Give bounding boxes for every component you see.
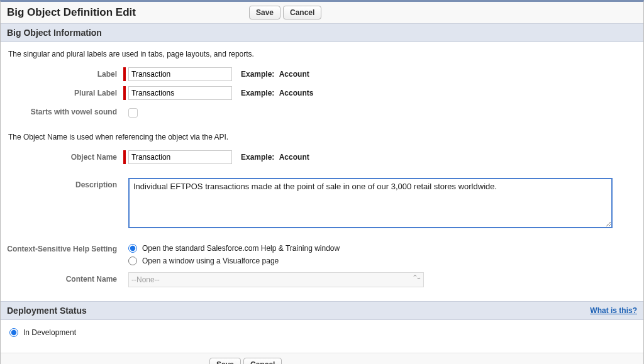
- footer-buttons: Save Cancel: [209, 358, 282, 364]
- section-info-header: Big Object Information: [1, 23, 643, 42]
- page-container: Big Object Definition Edit Save Cancel B…: [0, 0, 644, 364]
- required-bar-spacer: [123, 242, 126, 267]
- vowel-checkbox[interactable]: [128, 108, 138, 118]
- required-bar-icon: [123, 86, 126, 100]
- what-is-this-link[interactable]: What is this?: [590, 306, 637, 315]
- description-field-label: Description: [1, 178, 123, 189]
- row-help-setting: Context-Sensitive Help Setting Open the …: [1, 240, 643, 270]
- footer-bar: Save Cancel: [1, 353, 643, 364]
- row-vowel: Starts with vowel sound: [1, 102, 643, 121]
- required-bar-spacer: [123, 272, 126, 287]
- example-prefix: Example:: [241, 89, 274, 97]
- required-bar-spacer: [123, 178, 126, 228]
- save-button-bottom[interactable]: Save: [209, 358, 241, 364]
- row-plural-label: Plural Label Example: Accounts: [1, 84, 643, 102]
- label-example: Example: Account: [241, 67, 309, 79]
- page-title: Big Object Definition Edit: [7, 6, 136, 19]
- help-setting-options: Open the standard Salesforce.com Help & …: [128, 242, 340, 267]
- content-name-select-wrap: --None--: [128, 272, 424, 287]
- deploy-option-dev-row: In Development: [9, 326, 635, 339]
- help-option-vf-row: Open a window using a Visualforce page: [128, 255, 340, 267]
- header-buttons: Save Cancel: [249, 6, 321, 19]
- row-description: Description: [1, 175, 643, 231]
- objname-field-label: Object Name: [1, 150, 123, 162]
- deploy-option-dev-radio[interactable]: [9, 328, 18, 337]
- help-option-standard-row: Open the standard Salesforce.com Help & …: [128, 242, 340, 255]
- example-prefix: Example:: [241, 153, 274, 162]
- help-option-standard-label: Open the standard Salesforce.com Help & …: [142, 244, 340, 253]
- objname-example: Example: Account: [241, 150, 309, 162]
- help-setting-field-label: Context-Sensitive Help Setting: [1, 242, 123, 253]
- spacer: [1, 167, 643, 175]
- section-deploy-header: Deployment Status What is this?: [1, 301, 643, 320]
- section-deploy-body: In Development: [1, 320, 643, 353]
- intro-api-text: The Object Name is used when referencing…: [1, 130, 643, 148]
- description-textarea[interactable]: [128, 178, 613, 228]
- required-bar-spacer: [123, 105, 126, 119]
- help-option-vf-label: Open a window using a Visualforce page: [142, 256, 279, 265]
- header-bar: Big Object Definition Edit Save Cancel: [1, 2, 643, 23]
- plural-label-input[interactable]: [128, 86, 232, 100]
- deploy-option-dev-label: In Development: [23, 328, 76, 337]
- plural-field-label: Plural Label: [1, 86, 123, 97]
- content-name-select[interactable]: --None--: [128, 272, 424, 287]
- cancel-button-bottom[interactable]: Cancel: [243, 358, 282, 364]
- save-button-top[interactable]: Save: [249, 6, 280, 19]
- label-field-label: Label: [1, 67, 123, 79]
- section-info-body: The singular and plural labels are used …: [1, 42, 643, 301]
- example-prefix: Example:: [241, 70, 274, 79]
- example-value: Accounts: [279, 89, 314, 97]
- spacer: [1, 231, 643, 240]
- cancel-button-top[interactable]: Cancel: [283, 6, 321, 19]
- row-label: Label Example: Account: [1, 65, 643, 84]
- object-name-input[interactable]: [128, 150, 232, 164]
- deploy-title: Deployment Status: [7, 306, 87, 316]
- example-value: Account: [279, 70, 309, 79]
- help-option-vf-radio[interactable]: [128, 256, 137, 265]
- label-input[interactable]: [128, 67, 232, 81]
- example-value: Account: [279, 153, 309, 162]
- spacer: [1, 121, 643, 130]
- intro-labels-text: The singular and plural labels are used …: [1, 47, 643, 65]
- help-option-standard-radio[interactable]: [128, 244, 137, 253]
- required-bar-icon: [123, 150, 126, 164]
- plural-example: Example: Accounts: [241, 86, 313, 97]
- content-name-field-label: Content Name: [1, 272, 123, 284]
- required-bar-icon: [123, 67, 126, 81]
- vowel-field-label: Starts with vowel sound: [1, 105, 123, 116]
- row-content-name: Content Name --None--: [1, 270, 643, 290]
- row-object-name: Object Name Example: Account: [1, 148, 643, 167]
